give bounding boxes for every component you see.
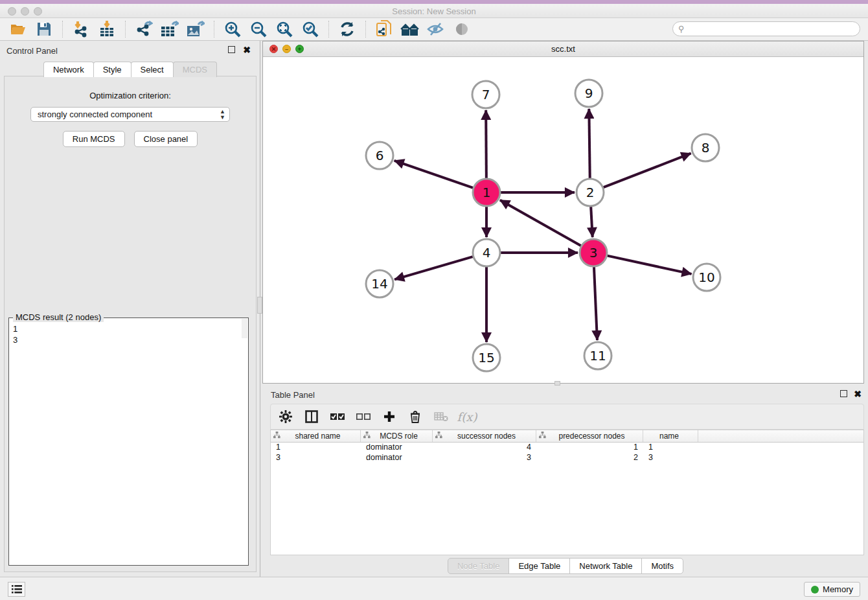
import-table-icon[interactable] [94, 20, 120, 38]
table-panel-title: Table Panel [271, 390, 315, 400]
mcds-panel: Optimization criterion: strongly connect… [4, 76, 257, 572]
edge-3-11[interactable] [594, 267, 597, 340]
control-tab-mcds[interactable]: MCDS [173, 62, 217, 77]
delete-table-icon[interactable] [433, 408, 450, 425]
panel-splitter-grip[interactable] [257, 297, 262, 314]
export-image-icon[interactable] [183, 20, 209, 38]
node-9[interactable]: 9 [575, 80, 602, 107]
hide-selected-icon[interactable] [423, 20, 449, 38]
export-table-icon[interactable] [157, 20, 183, 38]
zoom-selected-icon[interactable] [297, 20, 323, 38]
open-session-icon[interactable] [5, 20, 31, 38]
edge-2-9[interactable] [589, 109, 589, 178]
table-cell[interactable]: 1 [643, 443, 698, 453]
select-stepper-icon: ▲▼ [220, 109, 225, 121]
deselect-all-rows-icon[interactable] [355, 408, 372, 425]
edge-2-3[interactable] [591, 207, 593, 237]
horizontal-splitter-grip[interactable] [554, 381, 560, 386]
tab-node-table[interactable]: Node Table [448, 558, 510, 574]
node-label: 2 [586, 185, 595, 200]
tab-motifs[interactable]: Motifs [641, 558, 683, 574]
control-tab-select[interactable]: Select [131, 62, 174, 77]
add-column-icon[interactable] [381, 408, 398, 425]
search-input[interactable] [685, 25, 860, 34]
close-panel-button[interactable]: Close panel [134, 131, 198, 147]
select-all-rows-icon[interactable] [329, 408, 346, 425]
node-label: 6 [376, 148, 384, 163]
table-cell[interactable]: 3 [433, 453, 536, 463]
control-panel-maximize-icon[interactable] [228, 46, 235, 53]
edge-3-1[interactable] [500, 200, 581, 246]
export-network-icon[interactable] [131, 20, 157, 38]
table-cell[interactable]: dominator [361, 443, 433, 453]
edge-1-7[interactable] [486, 110, 486, 178]
first-neighbors-icon[interactable] [397, 20, 423, 38]
table-row[interactable]: 3dominator323 [271, 453, 863, 463]
table-cell[interactable]: 1 [536, 443, 643, 453]
show-all-icon[interactable] [449, 20, 475, 38]
control-tab-network[interactable]: Network [43, 62, 94, 77]
column-header-name[interactable]: name [643, 430, 698, 442]
clone-network-icon[interactable] [371, 20, 397, 38]
node-label: 9 [585, 86, 593, 101]
control-tab-style[interactable]: Style [93, 62, 131, 77]
criterion-select[interactable]: strongly connected component ▲▼ [30, 107, 230, 122]
network-canvas[interactable]: 1234678910111415 [263, 57, 863, 383]
tab-network-table[interactable]: Network Table [569, 558, 642, 574]
node-table: shared nameMCDS rolesuccessor nodesprede… [270, 430, 864, 555]
save-session-icon[interactable] [31, 20, 57, 38]
tab-edge-table[interactable]: Edge Table [508, 558, 570, 574]
node-label: 15 [478, 350, 494, 365]
node-2[interactable]: 2 [577, 179, 604, 206]
node-15[interactable]: 15 [473, 344, 500, 371]
zoom-in-icon[interactable] [220, 20, 246, 38]
function-builder-icon[interactable]: f(x) [459, 408, 475, 425]
column-group-icon [273, 432, 280, 441]
zoom-out-icon[interactable] [246, 20, 271, 38]
control-panel-close-icon[interactable]: ✖ [243, 45, 251, 55]
column-header-successor-nodes[interactable]: successor nodes [433, 430, 536, 442]
search-box[interactable]: ⚲ [672, 21, 860, 36]
edge-3-10[interactable] [607, 256, 691, 274]
delete-column-icon[interactable] [407, 408, 424, 425]
node-14[interactable]: 14 [366, 270, 393, 297]
refresh-layout-icon[interactable] [334, 20, 360, 38]
network-window-titlebar[interactable]: ✕ – + scc.txt [263, 41, 863, 57]
node-3[interactable]: 3 [580, 239, 607, 266]
import-network-icon[interactable] [68, 20, 94, 38]
edge-2-8[interactable] [604, 154, 691, 187]
node-8[interactable]: 8 [692, 134, 719, 161]
table-row[interactable]: 1dominator411 [271, 443, 863, 453]
network-graph[interactable]: 1234678910111415 [263, 57, 863, 383]
node-1[interactable]: 1 [473, 179, 500, 206]
edge-1-6[interactable] [394, 161, 474, 188]
node-4[interactable]: 4 [473, 239, 500, 266]
task-history-button[interactable] [8, 582, 25, 597]
edge-4-14[interactable] [394, 257, 473, 279]
run-mcds-button[interactable]: Run MCDS [63, 131, 125, 147]
node-7[interactable]: 7 [472, 81, 499, 108]
node-6[interactable]: 6 [366, 142, 393, 169]
table-cell[interactable]: 2 [536, 453, 643, 463]
table-settings-icon[interactable] [277, 408, 294, 425]
column-header-label: predecessor nodes [546, 432, 643, 441]
table-panel-maximize-icon[interactable] [840, 390, 847, 397]
column-header-predecessor-nodes[interactable]: predecessor nodes [536, 430, 643, 442]
table-cell[interactable]: dominator [361, 453, 433, 463]
node-10[interactable]: 10 [693, 264, 720, 291]
table-panel-close-icon[interactable]: ✖ [854, 389, 862, 399]
column-header-shared-name[interactable]: shared name [271, 430, 361, 442]
table-cell[interactable]: 1 [271, 443, 361, 453]
zoom-fit-icon[interactable] [271, 20, 297, 38]
search-icon: ⚲ [678, 24, 685, 34]
table-cell[interactable]: 4 [433, 443, 536, 453]
column-visibility-icon[interactable] [303, 408, 320, 425]
mcds-result-list[interactable]: 13 [9, 318, 248, 351]
table-cell[interactable]: 3 [271, 453, 361, 463]
table-cell[interactable]: 3 [643, 453, 698, 463]
node-11[interactable]: 11 [584, 342, 611, 369]
result-scrollbar[interactable] [242, 319, 247, 338]
column-header-MCDS-role[interactable]: MCDS role [361, 430, 433, 442]
memory-button[interactable]: Memory [804, 582, 860, 597]
control-panel-title: Control Panel [6, 46, 58, 56]
